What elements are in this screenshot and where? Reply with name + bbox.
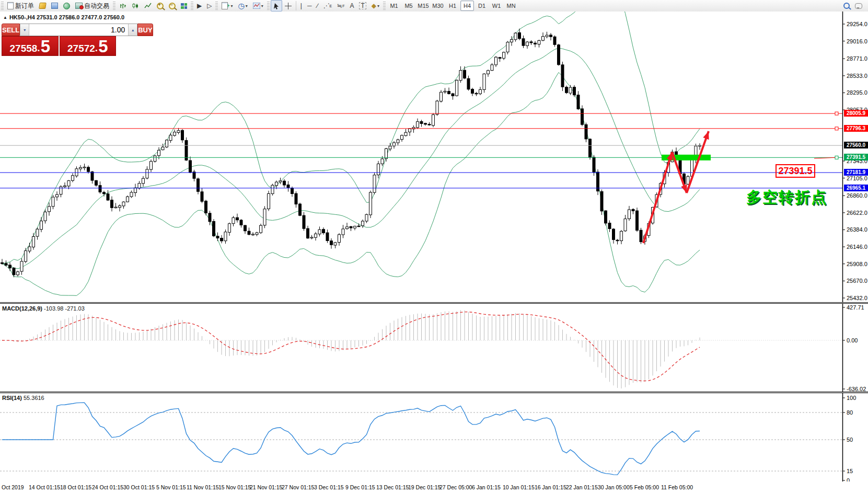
volume-decrease-button[interactable]: ▾ [20, 24, 29, 36]
red-trend-arrow[interactable] [687, 131, 709, 193]
zoom-in-button[interactable]: + [154, 0, 166, 12]
rsi-axis-label: 80 [847, 409, 853, 416]
timeframe-m30-button[interactable]: M30 [431, 1, 445, 11]
macd-chart[interactable] [0, 304, 868, 392]
candle-chart-button[interactable] [129, 0, 142, 12]
rsi-label: RSI(14) 55.3616 [2, 395, 44, 401]
chart-shift-icon: ▷ [207, 3, 212, 9]
timeframe-h4-button[interactable]: H4 [460, 1, 474, 11]
autotrading-button[interactable]: 自动交易 [73, 0, 112, 12]
chart-title: ▲HK50-,H4 27531.0 27586.0 27477.0 27560.… [3, 14, 124, 20]
line-drag-handle[interactable] [835, 112, 838, 115]
timeframe-d1-button[interactable]: D1 [475, 1, 489, 11]
rsi-axis-label: 100 [847, 395, 856, 401]
cursor-button[interactable] [271, 0, 282, 12]
sell-button[interactable]: SELL [2, 24, 20, 36]
dropdown-icon[interactable]: ▾ [377, 4, 379, 8]
dropdown-icon[interactable]: ▾ [246, 4, 248, 8]
rsi-panel[interactable]: RSI(14) 55.3616 1008050150 [0, 393, 868, 482]
macd-axis-label: 0.00 [847, 337, 858, 343]
red-trend-arrow[interactable] [643, 152, 672, 243]
price-axis-label: 26622.0 [847, 210, 867, 216]
toolbar-grip[interactable] [191, 2, 193, 10]
chart-shift-button[interactable]: ▷ [204, 0, 214, 12]
text-button[interactable]: A [347, 0, 356, 12]
chat-button[interactable] [852, 0, 865, 12]
macd-value: -103.98 [44, 305, 63, 312]
toolbar-grip[interactable] [1, 2, 4, 10]
line-drag-handle[interactable] [835, 156, 838, 159]
text-icon: A [350, 3, 354, 9]
candle-chart-icon [132, 2, 139, 9]
macd-panel[interactable]: MACD(12,26,9) -103.98 -271.03 427.710.00… [0, 303, 868, 392]
time-axis-label: 3 Dec 01:15 [314, 484, 344, 490]
price-axis-label: 25908.0 [847, 261, 867, 267]
buy-button[interactable]: BUY [137, 24, 153, 36]
horizontal-line-icon: ─ [307, 3, 312, 9]
toolbar-grip[interactable] [267, 2, 270, 10]
templates-button[interactable]: ▾ [250, 0, 266, 12]
tile-windows-button[interactable] [178, 0, 190, 12]
periods-button[interactable]: ◷ ▾ [236, 0, 250, 12]
price-chart[interactable] [0, 12, 868, 302]
new-chart-button[interactable]: + ▾ [219, 0, 235, 12]
indicators-icon [253, 3, 260, 9]
bull-bear-turning-point-label[interactable]: 多空转折点 [746, 187, 827, 208]
macd-axis-label: -636.02 [847, 386, 866, 392]
bar-chart-icon [119, 2, 126, 9]
toolbar-grip[interactable] [215, 2, 218, 10]
search-button[interactable] [841, 0, 852, 12]
fibonacci-button[interactable]: ≒F [334, 0, 347, 12]
new-order-button[interactable]: 新订单 [5, 0, 37, 12]
dropdown-icon[interactable]: ▾ [261, 4, 263, 8]
time-axis-label: 16 Jan 01:15 [535, 484, 566, 490]
arrows-button[interactable]: ◆ ▾ [369, 0, 382, 12]
rsi-chart[interactable] [0, 393, 868, 481]
crosshair-button[interactable] [282, 0, 294, 12]
zoom-out-button[interactable]: − [166, 0, 178, 12]
trendline-button[interactable]: ∕ [314, 0, 320, 12]
timeframe-m1-button[interactable]: M1 [387, 1, 401, 11]
timeframe-group: M1M5M15M30H1H4D1W1MN [387, 1, 518, 11]
line-drag-handle[interactable] [835, 127, 838, 130]
text-label-icon: T [359, 2, 366, 9]
price-chart-panel[interactable]: ▲HK50-,H4 27531.0 27586.0 27477.0 27560.… [0, 12, 868, 303]
clock-icon: ◷ [238, 2, 245, 9]
toolbar-grip[interactable] [383, 2, 386, 10]
buy-price-display[interactable]: 27572.5 [60, 36, 117, 56]
timeframe-w1-button[interactable]: W1 [490, 1, 503, 11]
timeframe-m15-button[interactable]: M15 [416, 1, 430, 11]
auto-scroll-button[interactable]: ▶ [194, 0, 204, 12]
price-axis-label: 27105.0 [847, 175, 867, 181]
timeframe-m5-button[interactable]: M5 [402, 1, 415, 11]
bollinger-lower-band [2, 73, 700, 296]
time-axis-label: 6 Jan 01:15 [472, 484, 501, 490]
rsi-axis-label: 50 [847, 437, 853, 443]
price-axis-label: 26146.0 [847, 244, 867, 250]
volume-increase-button[interactable]: ▴ [128, 24, 137, 36]
chart-profile-button[interactable] [37, 0, 49, 12]
price-callout-box[interactable]: 27391.5 [776, 164, 815, 178]
shapes-icon: ◆ [372, 3, 376, 9]
navigator-icon [63, 3, 70, 9]
time-axis-label: 21 Nov 01:15 [250, 484, 282, 490]
time-axis-label: 27 Nov 01:15 [282, 484, 314, 490]
price-axis-label: 25670.0 [847, 278, 867, 284]
time-axis[interactable]: Oct 201914 Oct 01:1518 Oct 01:1524 Oct 0… [0, 481, 868, 493]
text-label-button[interactable]: T [356, 0, 368, 12]
horizontal-line-button[interactable]: ─ [305, 0, 315, 12]
timeframe-h1-button[interactable]: H1 [446, 1, 459, 11]
one-click-trading-panel: SELL ▾ ▴ BUY 27558.5 27572.5 [2, 24, 116, 56]
time-axis-label: 5 Feb 05:00 [630, 484, 659, 490]
timeframe-mn-button[interactable]: MN [504, 1, 518, 11]
equidistant-channel-button[interactable]: ⋰E [320, 0, 334, 12]
volume-input[interactable] [29, 24, 128, 36]
bar-chart-button[interactable] [117, 0, 129, 12]
market-watch-button[interactable] [49, 0, 61, 12]
line-chart-button[interactable] [142, 0, 154, 12]
vertical-line-button[interactable]: | [298, 0, 305, 12]
toolbar-grip[interactable] [113, 2, 115, 10]
navigator-button[interactable] [61, 0, 73, 12]
dropdown-icon[interactable]: ▾ [230, 4, 233, 8]
sell-price-display[interactable]: 27558.5 [2, 36, 59, 56]
